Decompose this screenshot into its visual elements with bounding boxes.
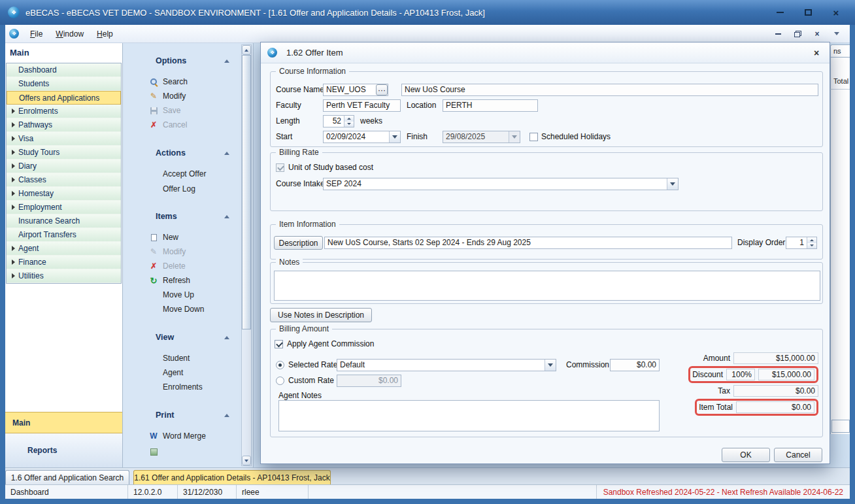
menu-file[interactable]: File	[24, 27, 48, 41]
scroll-down-button[interactable]	[242, 456, 251, 465]
panel-header-print[interactable]: Print	[156, 410, 229, 420]
description-button[interactable]: Description	[274, 236, 323, 250]
course-title-field[interactable]: New UoS Course	[401, 84, 818, 96]
close-button[interactable]: ×	[825, 5, 847, 20]
discount-percent-field[interactable]: 100%	[726, 369, 755, 380]
items-item-new[interactable]: New	[149, 231, 178, 243]
use-notes-button[interactable]: Use Notes in Description	[270, 308, 372, 322]
sidebar-item-enrolments[interactable]: Enrolments	[7, 105, 121, 118]
spin-down-icon[interactable]	[344, 122, 354, 127]
tab-offer-details[interactable]: 1.61 Offer and Application Details - AP1…	[133, 470, 331, 485]
commission-field[interactable]: $0.00	[610, 359, 660, 371]
options-item-cancel[interactable]: ✗Cancel	[149, 119, 187, 131]
start-date-combo[interactable]: 02/09/2024	[323, 131, 401, 143]
sidebar-item-study-tours[interactable]: Study Tours	[7, 146, 121, 160]
custom-rate-radio[interactable]	[276, 377, 284, 385]
chevron-down-icon[interactable]	[667, 178, 678, 190]
mdi-close-button[interactable]: ×	[812, 29, 822, 39]
sidebar-item-agent[interactable]: Agent	[7, 242, 121, 256]
discount-amount-field[interactable]: $15,000.00	[758, 369, 814, 380]
sidebar-item-finance[interactable]: Finance	[7, 256, 121, 269]
sidebar-item-students[interactable]: Students	[7, 77, 121, 91]
actions-item-offer-log[interactable]: Offer Log	[149, 183, 195, 195]
items-item-delete[interactable]: ✗Delete	[149, 260, 186, 272]
scrollbar-thumb[interactable]	[242, 55, 251, 329]
scheduled-holidays-checkbox[interactable]	[529, 133, 538, 141]
cancel-button[interactable]: Cancel	[774, 448, 822, 462]
dialog-close-button[interactable]: ×	[810, 46, 823, 59]
chevron-down-icon[interactable]	[545, 360, 556, 371]
options-item-search[interactable]: Search	[149, 76, 188, 88]
items-item-refresh[interactable]: ↻Refresh	[149, 275, 190, 286]
view-item-student[interactable]: Student	[149, 352, 190, 364]
toolbar-overflow-button[interactable]	[831, 29, 842, 39]
collapse-arrow-icon[interactable]	[224, 215, 229, 218]
items-item-move-up[interactable]: Move Up	[149, 289, 194, 301]
sidebar-item-employment[interactable]: Employment	[7, 201, 121, 214]
display-order-spinner[interactable]: 1	[786, 237, 817, 249]
maximize-button[interactable]	[797, 5, 819, 20]
items-item-move-down[interactable]: Move Down	[149, 303, 204, 315]
sidebar-item-visa[interactable]: Visa	[7, 132, 121, 146]
collapse-arrow-icon[interactable]	[224, 152, 229, 155]
ok-button[interactable]: OK	[722, 448, 770, 462]
course-name-browse-button[interactable]: ···	[376, 84, 388, 95]
sidebar-item-airport-transfers[interactable]: Airport Transfers	[7, 228, 121, 242]
options-item-modify[interactable]: ✎Modify	[149, 90, 186, 102]
tax-field[interactable]: $0.00	[733, 385, 818, 397]
sidebar-item-diary[interactable]: Diary	[7, 160, 121, 173]
custom-rate-field[interactable]: $0.00	[337, 375, 401, 387]
sidebar-item-insurance-search[interactable]: Insurance Search	[7, 214, 121, 228]
length-spinner[interactable]: 52	[323, 115, 354, 127]
collapse-arrow-icon[interactable]	[224, 59, 229, 63]
sidebar-item-offers-and-applications[interactable]: Offers and Applications	[7, 91, 121, 105]
sidebar-item-classes[interactable]: Classes	[7, 173, 121, 187]
chevron-down-icon[interactable]	[389, 131, 400, 143]
print-item-partial[interactable]	[149, 446, 158, 458]
taskpane-scrollbar[interactable]	[241, 44, 252, 466]
menu-help[interactable]: Help	[91, 27, 119, 41]
faculty-field[interactable]: Perth VET Faculty	[323, 99, 401, 112]
items-item-modify[interactable]: ✎Modify	[149, 246, 186, 258]
sidebar-item-dashboard[interactable]: Dashboard	[7, 63, 121, 77]
scroll-up-button[interactable]	[242, 45, 251, 55]
finish-date-combo[interactable]: 29/08/2025	[443, 131, 520, 143]
panel-header-actions[interactable]: Actions	[156, 148, 229, 158]
spin-up-icon[interactable]	[807, 237, 816, 243]
spinner-buttons[interactable]	[807, 237, 816, 248]
sidebar-group-reports[interactable]: Reports	[5, 433, 122, 467]
spin-up-icon[interactable]	[344, 116, 354, 122]
apply-agent-commission-checkbox[interactable]	[275, 340, 283, 348]
sidebar-item-utilities[interactable]: Utilities	[7, 269, 121, 283]
location-field[interactable]: PERTH	[443, 99, 538, 112]
minimize-button[interactable]	[769, 5, 791, 20]
description-input[interactable]: New UoS Course, Starts 02 Sep 2024 - End…	[324, 237, 732, 249]
print-item-word-merge[interactable]: WWord Merge	[149, 430, 206, 442]
options-item-save[interactable]: Save	[149, 105, 180, 116]
view-item-enrolments[interactable]: Enrolments	[149, 381, 203, 393]
sidebar-item-pathways[interactable]: Pathways	[7, 118, 121, 132]
panel-header-options[interactable]: Options	[156, 56, 229, 66]
mdi-restore-button[interactable]	[792, 29, 803, 39]
notes-textarea[interactable]	[274, 271, 820, 301]
menu-window[interactable]: Window	[50, 27, 90, 41]
sidebar-group-main[interactable]: Main	[5, 412, 122, 433]
sidebar-item-homestay[interactable]: Homestay	[7, 187, 121, 201]
amount-field[interactable]: $15,000.00	[733, 352, 818, 364]
tab-offer-search[interactable]: 1.6 Offer and Application Search	[5, 470, 129, 485]
selected-rate-radio[interactable]	[276, 361, 284, 369]
mdi-minimize-button[interactable]	[773, 29, 783, 39]
course-intake-combo[interactable]: SEP 2024	[323, 178, 679, 190]
view-item-agent[interactable]: Agent	[149, 367, 183, 378]
uos-cost-checkbox[interactable]	[276, 163, 284, 172]
spinner-buttons[interactable]	[344, 116, 354, 127]
panel-header-view[interactable]: View	[156, 332, 229, 343]
panel-header-items[interactable]: Items	[156, 211, 229, 222]
agent-notes-textarea[interactable]	[278, 400, 660, 431]
collapse-arrow-icon[interactable]	[224, 336, 229, 339]
rate-combo[interactable]: Default	[337, 359, 556, 371]
spin-down-icon[interactable]	[807, 243, 816, 249]
actions-item-accept-offer[interactable]: Accept Offer	[149, 168, 206, 180]
item-total-field[interactable]: $0.00	[736, 401, 814, 413]
collapse-arrow-icon[interactable]	[224, 414, 229, 417]
